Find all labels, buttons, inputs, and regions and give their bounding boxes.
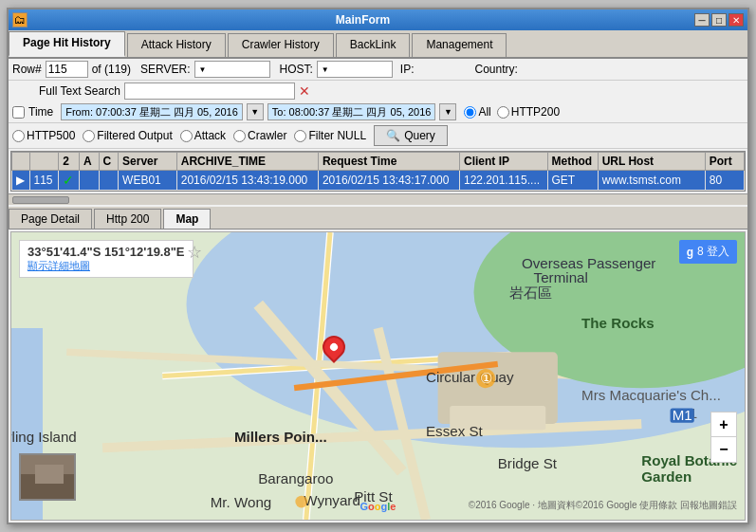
tab-management[interactable]: Management — [412, 33, 507, 57]
titlebar: 🗂 MainForm ─ □ ✕ — [9, 9, 747, 30]
map-coordinates: 33°51'41.4"S 151°12'19.8"E — [28, 245, 185, 259]
svg-text:The Rocks: The Rocks — [581, 315, 655, 331]
of-label: of (119) — [92, 63, 131, 76]
http500-radio[interactable] — [12, 130, 25, 142]
svg-text:Millers Poin...: Millers Poin... — [234, 429, 327, 445]
table-row[interactable]: ▶ 115 ✓ WEB01 2016/02/15 13:43:19.000 20… — [12, 171, 745, 191]
clear-search-icon[interactable]: ✕ — [299, 83, 310, 99]
map-thumbnail — [19, 453, 76, 501]
to-date-picker[interactable]: ▼ — [439, 103, 456, 120]
svg-text:Bridge St: Bridge St — [498, 455, 558, 471]
table-scrollbar[interactable] — [9, 193, 747, 205]
svg-text:Wynyard: Wynyard — [304, 492, 360, 508]
tab-http200[interactable]: Http 200 — [94, 209, 161, 229]
tab-page-detail[interactable]: Page Detail — [9, 209, 92, 229]
time-label: Time — [28, 105, 53, 119]
svg-text:Essex St: Essex St — [426, 423, 484, 439]
server-label: SERVER: — [140, 63, 190, 76]
google-logo: Google — [360, 501, 396, 512]
main-tabs: Page Hit History Attack History Crawler … — [9, 30, 747, 59]
row-port: 80 — [705, 171, 744, 191]
date-checkbox[interactable] — [12, 106, 25, 119]
map-coord-box: 33°51'41.4"S 151°12'19.8"E 顯示詳細地圖 — [19, 240, 194, 278]
map-detail-link[interactable]: 顯示詳細地圖 — [28, 259, 185, 273]
maximize-button[interactable]: □ — [711, 13, 727, 27]
col-header-c[interactable]: C — [99, 153, 119, 171]
main-content: Page Hit History Attack History Crawler … — [9, 30, 747, 523]
crawler-radio[interactable] — [233, 130, 246, 142]
row-num: 115 — [29, 171, 59, 191]
filtered-radio[interactable] — [83, 130, 95, 142]
svg-text:Garden: Garden — [641, 468, 691, 485]
row-method: GET — [547, 171, 598, 191]
filtered-label: Filtered Output — [83, 129, 172, 142]
col-header-client-ip[interactable]: Client IP — [459, 153, 547, 171]
server-dropdown[interactable]: ▼ — [194, 61, 270, 78]
map-background: The Rocks 岩石區 Millers Poin... Barangaroo… — [11, 232, 745, 520]
col-header-a[interactable]: A — [79, 153, 99, 171]
data-table: 2 A C Server ARCHIVE_TIME Request Time C… — [11, 152, 745, 191]
from-date[interactable]: From: 07:00:37 星期二 四月 05, 2016 — [61, 103, 243, 120]
scrollbar-thumb[interactable] — [12, 196, 69, 204]
to-date[interactable]: To: 08:00:37 星期二 四月 05, 2016 — [267, 103, 436, 120]
filter-null-label: Filter NULL — [294, 129, 366, 142]
col-header-num[interactable] — [29, 153, 59, 171]
svg-text:Barangaroo: Barangaroo — [258, 470, 333, 486]
row-col-a — [79, 171, 99, 191]
zoom-in-button[interactable]: + — [711, 413, 736, 437]
tab-page-hit[interactable]: Page Hit History — [9, 31, 125, 57]
zoom-out-button[interactable]: − — [711, 437, 736, 462]
tab-map[interactable]: Map — [163, 209, 211, 229]
http200-radio[interactable] — [497, 106, 509, 119]
ip-label: IP: — [400, 63, 415, 76]
col-header-request-time[interactable]: Request Time — [318, 153, 459, 171]
svg-text:Mr. Wong: Mr. Wong — [211, 494, 272, 510]
date-row: Time From: 07:00:37 星期二 四月 05, 2016 ▼ To… — [9, 101, 747, 123]
row-url-host: www.tsmst.com — [598, 171, 705, 191]
col-header-arrow — [12, 153, 30, 171]
all-radio-label: All — [464, 105, 490, 119]
svg-text:Terminal: Terminal — [534, 269, 588, 285]
row-request-time: 2016/02/15 13:43:17.000 — [318, 171, 459, 191]
col-header-url-host[interactable]: URL Host — [598, 153, 705, 171]
col-header-method[interactable]: Method — [547, 153, 598, 171]
tab-crawler[interactable]: Crawler History — [228, 33, 334, 57]
search-icon: 🔍 — [386, 129, 400, 142]
map-zoom-controls: + − — [710, 412, 737, 463]
col-header-2[interactable]: 2 — [59, 153, 80, 171]
attack-radio[interactable] — [180, 130, 193, 142]
col-header-port[interactable]: Port — [705, 153, 744, 171]
row-label: Row# — [12, 63, 42, 76]
col-header-archive-time[interactable]: ARCHIVE_TIME — [176, 153, 318, 171]
row-input[interactable] — [46, 61, 88, 78]
svg-text:Circular Quay: Circular Quay — [426, 369, 514, 385]
tab-attack[interactable]: Attack History — [127, 33, 226, 57]
row-toolbar: Row# of (119) SERVER: ▼ HOST: ▼ IP: Coun… — [9, 59, 747, 81]
minimize-button[interactable]: ─ — [694, 13, 710, 27]
pin-dot — [328, 342, 339, 353]
host-dropdown[interactable]: ▼ — [317, 61, 393, 78]
row-server: WEB01 — [119, 171, 177, 191]
app-icon: 🗂 — [12, 12, 28, 28]
attack-label: Attack — [180, 129, 226, 142]
row-check: ✓ — [59, 171, 80, 191]
from-date-picker[interactable]: ▼ — [247, 103, 264, 120]
query-button[interactable]: 🔍 Query — [374, 125, 448, 146]
close-button[interactable]: ✕ — [728, 13, 744, 27]
tab-backlink[interactable]: BackLink — [336, 33, 411, 57]
google-login-button[interactable]: g 8 登入 — [679, 240, 737, 264]
map-star-icon[interactable]: ☆ — [187, 242, 202, 263]
col-header-server[interactable]: Server — [119, 153, 177, 171]
all-radio[interactable] — [464, 106, 476, 119]
svg-rect-39 — [35, 465, 64, 484]
filter-radio-group: All HTTP200 — [464, 105, 560, 119]
row-archive-time: 2016/02/15 13:43:19.000 — [176, 171, 318, 191]
row-arrow: ▶ — [12, 171, 30, 191]
fulltext-input[interactable] — [124, 83, 295, 100]
row-col-c — [99, 171, 119, 191]
window-title: MainForm — [31, 13, 694, 27]
filter-null-radio[interactable] — [294, 130, 306, 142]
pin-head — [318, 331, 350, 363]
http500-label: HTTP500 — [12, 129, 75, 142]
fulltext-row: Full Text Search ✕ — [9, 81, 747, 101]
